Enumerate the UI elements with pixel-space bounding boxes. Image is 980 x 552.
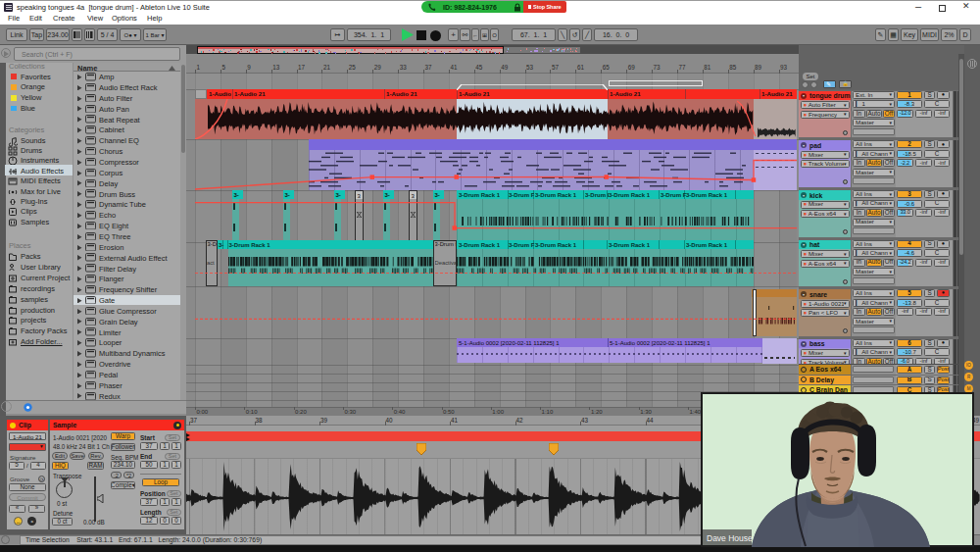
svg-text:Dave House: Dave House	[707, 533, 753, 543]
